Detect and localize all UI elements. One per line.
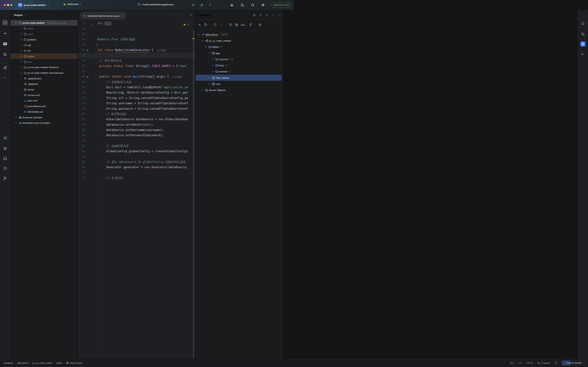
- code-line[interactable]: 20 // 获取数据元信息: [78, 79, 195, 85]
- editor-scrollbar[interactable]: [193, 31, 194, 184]
- tool-stripe-pull-request-icon[interactable]: [3, 52, 7, 56]
- db-header-locate-icon[interactable]: [253, 14, 256, 17]
- tree-chevron-icon[interactable]: [19, 55, 23, 58]
- tree-chevron-icon[interactable]: [14, 122, 18, 124]
- code-editor[interactable]: 3ort...101112MyBatis Flex 代码生成器13/14lic …: [78, 21, 195, 184]
- code-line[interactable]: 17 private static final String[] TABLE_N…: [78, 63, 195, 69]
- code-line[interactable]: 15: [78, 53, 195, 58]
- database-tree-item[interactable]: yu_ai_code_mother: [195, 38, 283, 44]
- project-tree-item[interactable]: tmp: [10, 59, 78, 65]
- tool-stripe-remote-dev-icon[interactable]: [3, 136, 7, 140]
- code-line[interactable]: 10: [78, 26, 195, 31]
- project-tree-item[interactable]: External Libraries: [10, 115, 78, 120]
- project-tree-item[interactable]: target: [10, 53, 78, 59]
- project-tree-item[interactable]: mvnw.cmd: [10, 92, 78, 98]
- tree-chevron-icon[interactable]: [211, 64, 215, 67]
- tree-chevron-icon[interactable]: [207, 76, 211, 79]
- code-line[interactable]: 36 Generator generator = new Generator(d…: [78, 165, 195, 170]
- tree-chevron-icon[interactable]: [14, 22, 18, 24]
- tool-stripe-structure-icon[interactable]: [3, 66, 7, 70]
- project-tree-item[interactable]: .gitignore: [10, 81, 78, 87]
- db-toolbar-view-options-icon[interactable]: [258, 23, 261, 26]
- search-icon[interactable]: [251, 3, 255, 7]
- database-tree-item[interactable]: keys2: [195, 62, 283, 68]
- tool-stripe-git-branch-icon[interactable]: [3, 176, 7, 180]
- code-line[interactable]: 34: [78, 154, 195, 159]
- code-line[interactable]: 18: [78, 69, 195, 74]
- code-line[interactable]: 33 GlobalConfig globalConfig = createGlo…: [78, 149, 195, 154]
- project-tree-item[interactable]: .gitattributes: [10, 76, 78, 81]
- tool-stripe-services-icon[interactable]: [3, 146, 7, 150]
- code-line[interactable]: 26 // 配置数据源: [78, 111, 195, 117]
- tree-chevron-icon[interactable]: [204, 46, 208, 48]
- tree-chevron-icon[interactable]: [211, 58, 215, 60]
- db-toolbar-disconnect-icon[interactable]: [219, 23, 223, 26]
- tree-chevron-icon[interactable]: [201, 40, 204, 42]
- tree-chevron-icon[interactable]: [19, 49, 23, 52]
- tool-stripe-more-dots-icon[interactable]: [3, 76, 7, 79]
- project-tree-item[interactable]: yu-ai-code-mother-frontend: [10, 65, 78, 70]
- code-line[interactable]: 3ort...: [78, 21, 195, 26]
- warning-scroll-marker[interactable]: [192, 38, 195, 39]
- editor-options-kebab-icon[interactable]: [189, 13, 193, 17]
- code-line[interactable]: 14lic class MyBatisCodeGenerator { 1-鱼皮: [78, 47, 195, 53]
- project-tree-item[interactable]: mpom.xml: [10, 98, 78, 104]
- folded-imports-badge[interactable]: ...: [104, 21, 111, 25]
- start-free-trial-button[interactable]: Start Free Trial: [271, 2, 291, 7]
- ai-spiral-icon[interactable]: [230, 3, 234, 7]
- db-header-hide-icon[interactable]: [278, 14, 281, 17]
- tree-chevron-icon[interactable]: [19, 27, 23, 30]
- code-line[interactable]: 31: [78, 138, 195, 143]
- debug-button[interactable]: [200, 3, 204, 7]
- code-line[interactable]: 16 // 要生成的表名: [78, 58, 195, 63]
- project-tree-item[interactable]: sql: [10, 42, 78, 48]
- code-line[interactable]: 21 Dict dict = YamlUtil.loadByPath("appl…: [78, 85, 195, 90]
- code-line[interactable]: 32 // 创建配置内容: [78, 143, 195, 149]
- run-button[interactable]: [191, 3, 195, 7]
- code-line[interactable]: 12MyBatis Flex 代码生成器: [78, 37, 195, 42]
- code-line[interactable]: 13/: [78, 42, 195, 47]
- database-tree-item[interactable]: indexes4: [195, 68, 283, 75]
- db-header-collapse-all-icon[interactable]: [265, 14, 268, 17]
- database-tree-item[interactable]: chat_history: [195, 75, 282, 81]
- editor-tab[interactable]: C MyBatisCodeGenerator.java: [81, 12, 126, 19]
- tree-chevron-icon[interactable]: [14, 116, 18, 119]
- project-tree-item[interactable]: MREADME.md: [10, 109, 78, 115]
- project-panel-header[interactable]: Project: [10, 10, 78, 20]
- code-line[interactable]: 23 String url = String.valueOf(dataSourc…: [78, 95, 195, 101]
- database-tree-item[interactable]: @localhost1 of 17: [195, 32, 283, 38]
- database-tree-item[interactable]: app: [195, 50, 283, 56]
- database-tree-item[interactable]: tables3: [195, 44, 283, 50]
- project-tree-item[interactable]: src: [10, 48, 78, 53]
- settings-gear-icon[interactable]: [261, 3, 265, 7]
- code-line[interactable]: 27 HikariDataSource dataSource = new Hik…: [78, 117, 195, 122]
- project-tree-item[interactable]: yu-ai-code-mother~/Code/yu-ai-cod: [10, 20, 78, 26]
- tree-chevron-icon[interactable]: [19, 33, 23, 35]
- project-tree-item[interactable]: Scratches and Consoles: [10, 120, 78, 126]
- tree-chevron-icon[interactable]: [211, 70, 215, 73]
- tool-stripe-project-folder-icon[interactable]: [2, 20, 8, 25]
- code-line[interactable]: 37: [78, 170, 195, 175]
- project-tree-item[interactable]: Yprometheus.yml: [10, 103, 78, 109]
- database-tree-item[interactable]: columns13: [195, 56, 283, 62]
- project-tree-item[interactable]: grafana: [10, 37, 78, 42]
- db-toolbar-table-view-icon[interactable]: [235, 23, 238, 26]
- tree-chevron-icon[interactable]: [201, 89, 204, 91]
- inspections-widget[interactable]: 1: [183, 23, 192, 26]
- code-line[interactable]: 24 String username = String.valueOf(data…: [78, 101, 195, 106]
- tool-stripe-problems-icon[interactable]: [3, 166, 7, 170]
- code-line[interactable]: 19 public static void main(String[] args…: [78, 74, 195, 79]
- db-toolbar-query-console-icon[interactable]: [229, 23, 232, 26]
- tool-stripe-terminal-icon[interactable]: [3, 157, 7, 160]
- tree-chevron-icon[interactable]: [19, 38, 23, 41]
- run-configuration-widget[interactable]: YuAiCodeMotherApplication: [137, 3, 177, 6]
- minimize-window-button[interactable]: [7, 4, 9, 6]
- code-line[interactable]: 30 dataSource.setPassword(password);: [78, 133, 195, 138]
- code-line[interactable]: 38 // 生成代码: [78, 175, 195, 181]
- database-tree-item[interactable]: user: [195, 81, 283, 87]
- code-line[interactable]: 25 String password = String.valueOf(data…: [78, 106, 195, 111]
- tree-chevron-icon[interactable]: [19, 72, 23, 74]
- code-line[interactable]: 35 // 通过 datasource 和 globalConfig 创建代码生…: [78, 159, 195, 165]
- tree-chevron-icon[interactable]: [19, 66, 23, 68]
- close-window-button[interactable]: [4, 4, 6, 6]
